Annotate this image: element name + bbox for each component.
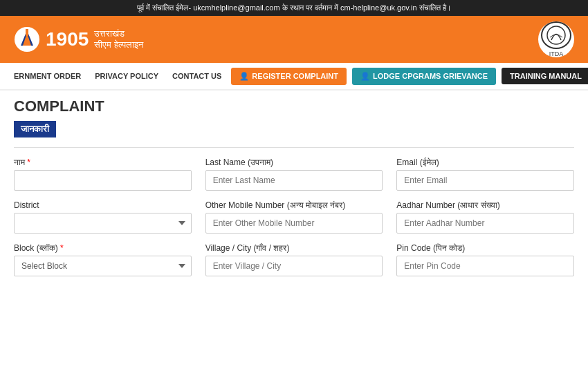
- first-name-label: नाम *: [14, 158, 192, 167]
- first-name-group: नाम *: [14, 158, 192, 191]
- aadhar-group: Aadhar Number (आधार संख्या): [396, 200, 574, 234]
- first-name-input[interactable]: [14, 170, 192, 191]
- village-label: Village / City (गाँव / शहर): [205, 243, 383, 253]
- last-name-group: Last Name (उपनाम): [205, 158, 383, 191]
- itda-circle: [541, 21, 571, 49]
- village-group: Village / City (गाँव / शहर): [205, 243, 383, 276]
- logo-icon: [14, 26, 40, 53]
- district-label: District: [14, 200, 192, 210]
- navbar: ERNMENT ORDER PRIVACY POLICY CONTACT US …: [0, 63, 588, 91]
- block-group: Block (ब्लॉक) * Select Block: [14, 243, 192, 276]
- register-complaint-button[interactable]: 👤 REGISTER COMPLAINT: [231, 68, 347, 85]
- aadhar-label: Aadhar Number (आधार संख्या): [396, 200, 574, 210]
- nav-contact-us[interactable]: CONTACT US: [165, 63, 228, 89]
- announcement-text: पूर्व में संचालित ईमेल- ukcmhelpline@gma…: [137, 3, 450, 12]
- form-row-3: Block (ब्लॉक) * Select Block Village / C…: [14, 243, 574, 276]
- block-select[interactable]: Select Block: [14, 256, 192, 276]
- itda-label: ITDA: [549, 50, 564, 57]
- lodge-grievance-button[interactable]: 👤 LODGE CPGRAMS GRIEVANCE: [352, 68, 496, 85]
- header: 1905 उत्तराखंडसीएम हेल्पलाइन ITDA: [0, 16, 588, 63]
- district-group: District: [14, 200, 192, 234]
- email-label: Email (ईमेल): [396, 158, 574, 167]
- svg-point-4: [547, 26, 565, 44]
- block-label: Block (ब्लॉक) *: [14, 243, 192, 253]
- section-label: जानकारी: [14, 121, 56, 137]
- logo-area: 1905 उत्तराखंडसीएम हेल्पलाइन: [14, 26, 143, 53]
- form-row-2: District Other Mobile Number (अन्य मोबाइ…: [14, 200, 574, 234]
- village-input[interactable]: [205, 256, 383, 276]
- announcement-bar: पूर्व में संचालित ईमेल- ukcmhelpline@gma…: [0, 0, 588, 16]
- email-group: Email (ईमेल): [396, 158, 574, 191]
- pincode-label: Pin Code (पिन कोड): [396, 243, 574, 253]
- district-select[interactable]: [14, 213, 192, 234]
- nav-government-order[interactable]: ERNMENT ORDER: [7, 63, 88, 89]
- pincode-input[interactable]: [396, 256, 574, 276]
- section-divider: [14, 147, 574, 148]
- other-mobile-group: Other Mobile Number (अन्य मोबाइल नंबर): [205, 200, 383, 234]
- logo-hindi-text: उत्तराखंडसीएम हेल्पलाइन: [94, 28, 143, 50]
- last-name-input[interactable]: [205, 170, 383, 191]
- email-input[interactable]: [396, 170, 574, 191]
- pincode-group: Pin Code (पिन कोड): [396, 243, 574, 276]
- nav-privacy-policy[interactable]: PRIVACY POLICY: [88, 63, 165, 89]
- register-icon: 👤: [239, 72, 249, 81]
- lodge-icon: 👤: [360, 72, 370, 81]
- svg-rect-3: [26, 29, 28, 36]
- logo-number: 1905: [46, 28, 89, 50]
- itda-logo: ITDA: [538, 21, 574, 57]
- page-content: COMPLAINT जानकारी नाम * Last Name (उपनाम…: [0, 91, 588, 283]
- aadhar-input[interactable]: [396, 213, 574, 234]
- page-title: COMPLAINT: [14, 97, 574, 115]
- other-mobile-input[interactable]: [205, 213, 383, 234]
- last-name-label: Last Name (उपनाम): [205, 158, 383, 167]
- form-row-1: नाम * Last Name (उपनाम) Email (ईमेल): [14, 158, 574, 191]
- other-mobile-label: Other Mobile Number (अन्य मोबाइल नंबर): [205, 200, 383, 210]
- training-manual-button[interactable]: TRAINING MANUAL: [502, 68, 588, 84]
